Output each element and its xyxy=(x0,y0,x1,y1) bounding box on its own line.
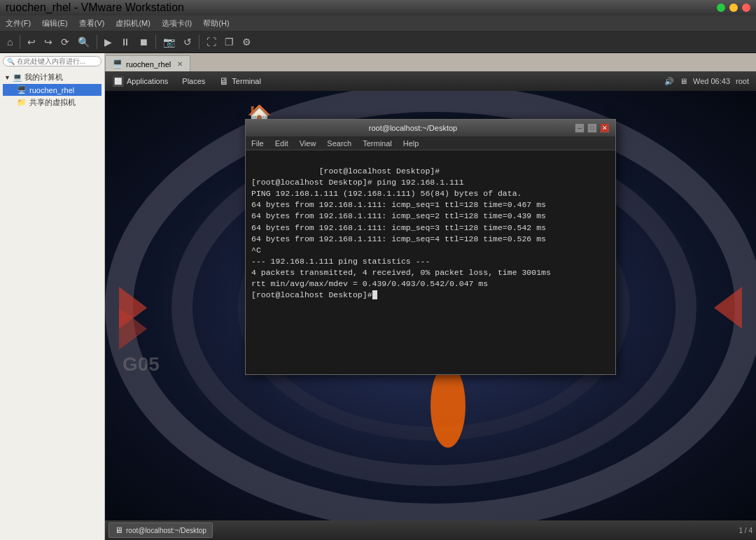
vm-sidebar: 🔍 ▼ 💻 我的计算机 🖥️ ruochen_rhel 📁 共享的虚拟机 xyxy=(0,53,105,540)
terminal-window-titlebar: root@localhost:~/Desktop ─ □ ✕ xyxy=(246,120,615,136)
terminal-menu-help[interactable]: Help xyxy=(398,136,425,150)
vmware-close-btn[interactable] xyxy=(742,3,750,12)
menu-tabs[interactable]: 选项卡(I) xyxy=(156,15,197,31)
toolbar-home-btn[interactable]: ⌂ xyxy=(4,34,16,50)
svg-marker-6 xyxy=(714,287,742,329)
vmware-window-controls xyxy=(717,3,750,12)
toolbar-refresh-btn[interactable]: ⟳ xyxy=(57,34,73,50)
vmware-window: ruochen_rhel - VMware Workstation 文件(F) … xyxy=(0,0,756,540)
toolbar-search-btn[interactable]: 🔍 xyxy=(74,34,93,50)
desktop-background: G05 🏠 home 🗑️ Trash xyxy=(105,91,756,520)
rhel-desktop: 🔲 Applications Places 🖥 Terminal 🔊 🖥 Wed… xyxy=(105,71,756,540)
rhel-tab-close[interactable]: ✕ xyxy=(177,60,183,68)
menu-file[interactable]: 文件(F) xyxy=(0,15,36,31)
volume-icon: 🔊 xyxy=(664,77,674,86)
vmware-titlebar: ruochen_rhel - VMware Workstation xyxy=(0,0,756,15)
vmware-minimize-btn[interactable] xyxy=(717,3,725,12)
vmware-toolbar: ⌂ ↩ ↪ ⟳ 🔍 ▶ ⏸ ⏹ 📷 ↺ ⛶ ❐ ⚙ xyxy=(0,31,756,53)
terminal-output: [root@localhost Desktop]# [root@localhos… xyxy=(251,166,551,299)
display-icon: 🖥 xyxy=(680,77,687,85)
page-indicator-text: 1 / 4 xyxy=(739,527,752,534)
taskbar-page-indicator: 1 / 4 xyxy=(739,527,752,534)
search-icon: 🔍 xyxy=(7,58,15,65)
menu-help[interactable]: 帮助(H) xyxy=(197,15,234,31)
toolbar-revert-btn[interactable]: ↺ xyxy=(180,34,195,50)
terminal-cursor xyxy=(372,290,377,299)
rhel-tab-label: ruochen_rhel xyxy=(126,60,171,69)
vmware-title-text: ruochen_rhel - VMware Workstation xyxy=(6,1,184,14)
terminal-close-btn[interactable]: ✕ xyxy=(600,123,610,133)
vm-item-ruochen[interactable]: 🖥️ ruochen_rhel xyxy=(3,84,102,96)
panel-places-label: Places xyxy=(182,77,205,85)
toolbar-snapshot-btn[interactable]: 📷 xyxy=(160,34,178,50)
applications-icon: 🔲 xyxy=(112,76,124,87)
toolbar-sep-3 xyxy=(155,35,156,49)
terminal-win-btns: ─ □ ✕ xyxy=(575,123,610,133)
terminal-menubar: File Edit View Search Terminal Help xyxy=(246,136,615,150)
terminal-menu-view[interactable]: View xyxy=(294,136,322,150)
panel-user: root xyxy=(736,77,749,85)
rhel-tab-icon: 🖥️ xyxy=(113,59,122,69)
toolbar-power-btn[interactable]: ▶ xyxy=(101,34,115,50)
tree-arrow-icon: ▼ xyxy=(4,74,10,81)
my-computer-header[interactable]: ▼ 💻 我的计算机 xyxy=(3,71,102,84)
panel-applications-btn[interactable]: 🔲 Applications xyxy=(105,71,175,91)
toolbar-sep-1 xyxy=(20,35,20,49)
toolbar-fullscreen-btn[interactable]: ⛶ xyxy=(203,34,220,50)
vm-tree: ▼ 💻 我的计算机 🖥️ ruochen_rhel 📁 共享的虚拟机 xyxy=(0,69,104,111)
taskbar-terminal-icon: 🖥 xyxy=(115,525,123,535)
shared-label: 共享的虚拟机 xyxy=(29,97,76,108)
rhel-tab[interactable]: 🖥️ ruochen_rhel ✕ xyxy=(105,55,190,72)
toolbar-sep-2 xyxy=(97,35,97,49)
vm-item-label: ruochen_rhel xyxy=(29,86,74,94)
menu-vm[interactable]: 虚拟机(M) xyxy=(110,15,156,31)
terminal-maximize-btn[interactable]: □ xyxy=(587,123,597,133)
vmware-maximize-btn[interactable] xyxy=(729,3,738,12)
toolbar-pause-btn[interactable]: ⏸ xyxy=(117,34,134,50)
terminal-minimize-btn[interactable]: ─ xyxy=(575,123,584,133)
toolbar-unity-btn[interactable]: ❐ xyxy=(221,34,237,50)
toolbar-stop-btn[interactable]: ⏹ xyxy=(135,34,152,50)
terminal-menu-edit[interactable]: Edit xyxy=(270,136,294,150)
svg-point-8 xyxy=(430,364,465,448)
sidebar-search-input[interactable] xyxy=(17,57,97,65)
svg-marker-5 xyxy=(119,308,147,350)
rhel-tab-bar: 🖥️ ruochen_rhel ✕ xyxy=(105,53,756,71)
toolbar-prefs-btn[interactable]: ⚙ xyxy=(239,34,255,50)
toolbar-forward-btn[interactable]: ↪ xyxy=(41,34,56,50)
toolbar-back-btn[interactable]: ↩ xyxy=(24,34,39,50)
vmware-menubar: 文件(F) 编辑(E) 查看(V) 虚拟机(M) 选项卡(I) 帮助(H) xyxy=(0,15,756,31)
svg-marker-4 xyxy=(119,287,147,329)
terminal-menu-search[interactable]: Search xyxy=(321,136,357,150)
gnome-panel: 🔲 Applications Places 🖥 Terminal 🔊 🖥 Wed… xyxy=(105,71,756,91)
rhel-tab-area: 🖥️ ruochen_rhel ✕ 🔲 Applications Places xyxy=(105,53,756,540)
taskbar-terminal-label: root@localhost:~/Desktop xyxy=(126,527,206,534)
vm-content-area: 🔍 ▼ 💻 我的计算机 🖥️ ruochen_rhel 📁 共享的虚拟机 xyxy=(0,53,756,540)
panel-applications-label: Applications xyxy=(127,77,168,85)
gnome-taskbar: 🖥 root@localhost:~/Desktop 1 / 4 xyxy=(105,520,756,540)
terminal-menu-terminal[interactable]: Terminal xyxy=(357,136,398,150)
terminal-window-title: root@localhost:~/Desktop xyxy=(251,124,575,132)
panel-terminal-btn[interactable]: 🖥 Terminal xyxy=(212,71,268,91)
svg-text:G05: G05 xyxy=(122,353,160,375)
panel-time: Wed 06:43 xyxy=(693,77,730,85)
panel-terminal-label: Terminal xyxy=(232,77,261,85)
panel-places-btn[interactable]: Places xyxy=(175,71,212,91)
panel-right: 🔊 🖥 Wed 06:43 root xyxy=(664,77,756,86)
terminal-window: root@localhost:~/Desktop ─ □ ✕ File Edit… xyxy=(245,119,616,375)
menu-edit[interactable]: 编辑(E) xyxy=(36,15,74,31)
terminal-body[interactable]: [root@localhost Desktop]# [root@localhos… xyxy=(246,150,615,374)
my-computer-label: 我的计算机 xyxy=(24,72,63,83)
folder-icon: 📁 xyxy=(17,98,27,107)
computer-icon: 💻 xyxy=(13,73,22,82)
menu-view[interactable]: 查看(V) xyxy=(74,15,111,31)
vm-icon: 🖥️ xyxy=(17,85,27,94)
toolbar-sep-4 xyxy=(199,35,200,49)
vm-sidebar-search[interactable]: 🔍 xyxy=(3,56,102,66)
taskbar-terminal-item[interactable]: 🖥 root@localhost:~/Desktop xyxy=(108,523,213,538)
terminal-menu-file[interactable]: File xyxy=(246,136,270,150)
vm-item-shared[interactable]: 📁 共享的虚拟机 xyxy=(3,96,102,109)
terminal-panel-icon: 🖥 xyxy=(219,76,229,87)
